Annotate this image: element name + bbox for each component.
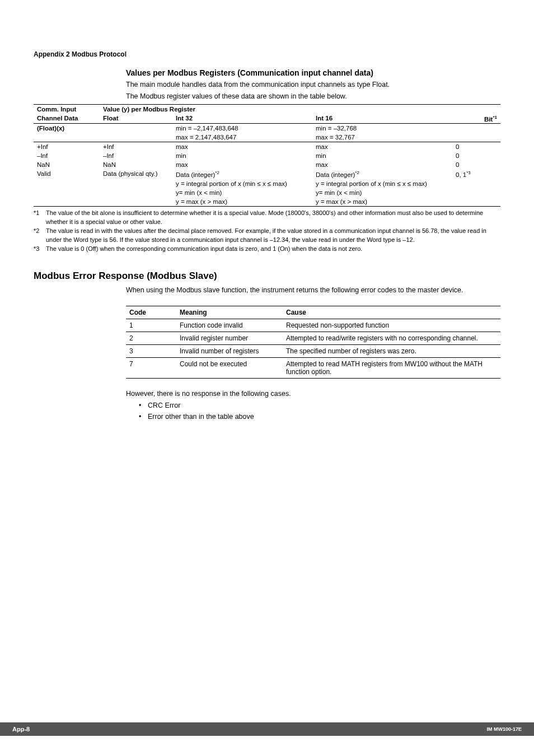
error-codes-table: Code Meaning Cause 1 Function code inval… bbox=[126, 306, 500, 379]
hdr-float: Float bbox=[100, 114, 172, 124]
list-item: •CRC Error bbox=[139, 400, 500, 411]
table-row: 7 Could not be executed Attempted to rea… bbox=[126, 357, 500, 378]
table-row: –Inf –Inf min min 0 bbox=[34, 151, 500, 160]
appendix-header: Appendix 2 Modbus Protocol bbox=[34, 50, 500, 58]
int32-max: max = 2,147,483,647 bbox=[172, 133, 312, 142]
error-outro: However, there is no response in the fol… bbox=[126, 389, 500, 399]
fn1-marker: *1 bbox=[34, 209, 46, 227]
table-row: +Inf +Inf max max 0 bbox=[34, 142, 500, 152]
table-row: Valid Data (physical qty.) Data (integer… bbox=[34, 169, 500, 179]
fn3-marker: *3 bbox=[34, 245, 46, 254]
int16-max: max = 32,767 bbox=[312, 133, 452, 142]
table-row: y = max (x > max) y = max (x > max) bbox=[34, 197, 500, 207]
table-row: y = integral portion of x (min ≤ x ≤ max… bbox=[34, 179, 500, 188]
footer-page-number: App-8 bbox=[12, 726, 30, 732]
error-intro: When using the Modbus slave function, th… bbox=[126, 285, 500, 296]
hdr-comm-input-3: (Float)(x) bbox=[34, 124, 100, 133]
footer-doc-id: IM MW100-17E bbox=[486, 726, 522, 732]
values-intro-1: The main module handles data from the co… bbox=[126, 80, 500, 90]
values-intro-2: The Modbus register values of these data… bbox=[126, 91, 500, 102]
fn2-marker: *2 bbox=[34, 227, 46, 245]
modbus-values-table: Comm. Input Value (y) per Modbus Registe… bbox=[34, 104, 500, 207]
list-item: •Error other than in the table above bbox=[139, 411, 500, 422]
table-row: 1 Function code invalid Requested non-su… bbox=[126, 319, 500, 332]
table-row: y= min (x < min) y= min (x < min) bbox=[34, 188, 500, 197]
hdr-int16: Int 16 bbox=[312, 114, 452, 124]
fn3-text: The value is 0 (Off) when the correspond… bbox=[46, 245, 500, 254]
table-row: 3 Invalid number of registers The specif… bbox=[126, 344, 500, 357]
fn2-text: The value is read in with the values aft… bbox=[46, 227, 500, 245]
hdr-value-per: Value (y) per Modbus Register bbox=[100, 104, 500, 114]
err-hdr-cause: Cause bbox=[283, 306, 500, 319]
table-row: NaN NaN max max 0 bbox=[34, 160, 500, 169]
int32-min: min = –2,147,483,648 bbox=[172, 124, 312, 133]
footnotes: *1 The value of the bit alone is insuffi… bbox=[34, 209, 500, 254]
hdr-int32: Int 32 bbox=[172, 114, 312, 124]
hdr-comm-input-2: Channel Data bbox=[34, 114, 100, 124]
err-hdr-meaning: Meaning bbox=[176, 306, 283, 319]
values-section-title: Values per Modbus Registers (Communicati… bbox=[126, 68, 500, 77]
err-hdr-code: Code bbox=[126, 306, 176, 319]
hdr-comm-input-1: Comm. Input bbox=[34, 104, 100, 114]
bullet-list: •CRC Error •Error other than in the tabl… bbox=[139, 400, 500, 422]
fn1-text: The value of the bit alone is insufficie… bbox=[46, 209, 500, 227]
int16-min: min = –32,768 bbox=[312, 124, 452, 133]
hdr-bit: Bit*1 bbox=[452, 114, 500, 124]
table-row: 2 Invalid register number Attempted to r… bbox=[126, 332, 500, 344]
error-section-title: Modbus Error Response (Modbus Slave) bbox=[34, 270, 500, 282]
page-footer: App-8 IM MW100-17E bbox=[0, 722, 534, 736]
